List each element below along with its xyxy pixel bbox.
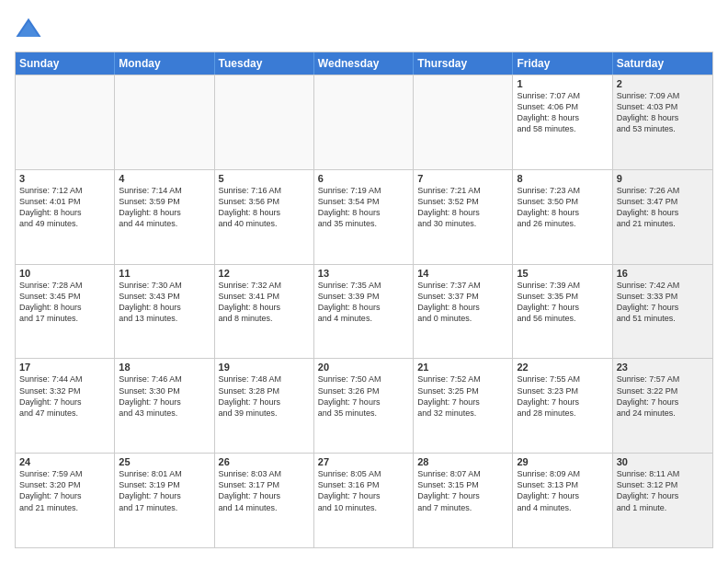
day-info: Sunrise: 8:07 AM Sunset: 3:15 PM Dayligh… (417, 468, 508, 513)
day-number: 23 (617, 362, 709, 373)
calendar-cell (314, 75, 414, 169)
day-number: 27 (318, 456, 409, 467)
logo-icon (15, 15, 42, 42)
day-info: Sunrise: 8:09 AM Sunset: 3:13 PM Dayligh… (517, 468, 608, 513)
calendar-header: SundayMondayTuesdayWednesdayThursdayFrid… (16, 52, 712, 75)
calendar-cell: 26Sunrise: 8:03 AM Sunset: 3:17 PM Dayli… (215, 454, 314, 547)
calendar-cell: 4Sunrise: 7:14 AM Sunset: 3:59 PM Daylig… (115, 170, 214, 264)
calendar-cell: 14Sunrise: 7:37 AM Sunset: 3:37 PM Dayli… (414, 265, 513, 359)
day-number: 13 (318, 268, 409, 279)
day-number: 3 (19, 173, 110, 184)
day-number: 20 (318, 362, 409, 373)
calendar-header-cell: Saturday (613, 52, 712, 75)
calendar-cell: 6Sunrise: 7:19 AM Sunset: 3:54 PM Daylig… (314, 170, 414, 264)
calendar-header-cell: Monday (115, 52, 214, 75)
calendar-cell: 1Sunrise: 7:07 AM Sunset: 4:06 PM Daylig… (513, 75, 612, 169)
calendar-cell: 29Sunrise: 8:09 AM Sunset: 3:13 PM Dayli… (513, 454, 612, 547)
day-number: 8 (517, 173, 608, 184)
calendar-cell: 20Sunrise: 7:50 AM Sunset: 3:26 PM Dayli… (314, 359, 414, 453)
calendar-header-cell: Friday (513, 52, 612, 75)
calendar-cell: 9Sunrise: 7:26 AM Sunset: 3:47 PM Daylig… (613, 170, 712, 264)
calendar-cell: 10Sunrise: 7:28 AM Sunset: 3:45 PM Dayli… (16, 265, 115, 359)
calendar-cell: 25Sunrise: 8:01 AM Sunset: 3:19 PM Dayli… (115, 454, 214, 547)
day-info: Sunrise: 8:11 AM Sunset: 3:12 PM Dayligh… (617, 468, 709, 513)
calendar-cell: 3Sunrise: 7:12 AM Sunset: 4:01 PM Daylig… (16, 170, 115, 264)
day-info: Sunrise: 7:23 AM Sunset: 3:50 PM Dayligh… (517, 185, 608, 230)
day-info: Sunrise: 8:01 AM Sunset: 3:19 PM Dayligh… (119, 468, 210, 513)
day-info: Sunrise: 7:52 AM Sunset: 3:25 PM Dayligh… (417, 373, 508, 419)
day-info: Sunrise: 7:59 AM Sunset: 3:20 PM Dayligh… (19, 468, 110, 513)
day-number: 7 (417, 173, 508, 184)
calendar-cell: 23Sunrise: 7:57 AM Sunset: 3:22 PM Dayli… (613, 359, 712, 453)
page: SundayMondayTuesdayWednesdayThursdayFrid… (0, 0, 728, 563)
day-info: Sunrise: 7:07 AM Sunset: 4:06 PM Dayligh… (517, 90, 608, 135)
day-number: 2 (617, 78, 709, 89)
day-number: 29 (517, 456, 608, 467)
day-number: 19 (219, 362, 310, 373)
calendar-row: 24Sunrise: 7:59 AM Sunset: 3:20 PM Dayli… (16, 453, 712, 547)
calendar-cell (16, 75, 115, 169)
day-number: 5 (219, 173, 310, 184)
calendar-header-cell: Thursday (414, 52, 513, 75)
calendar-cell: 15Sunrise: 7:39 AM Sunset: 3:35 PM Dayli… (513, 265, 612, 359)
day-info: Sunrise: 8:03 AM Sunset: 3:17 PM Dayligh… (219, 468, 310, 513)
calendar-row: 1Sunrise: 7:07 AM Sunset: 4:06 PM Daylig… (16, 75, 712, 169)
day-info: Sunrise: 7:14 AM Sunset: 3:59 PM Dayligh… (119, 185, 210, 230)
day-info: Sunrise: 7:50 AM Sunset: 3:26 PM Dayligh… (318, 373, 409, 419)
calendar: SundayMondayTuesdayWednesdayThursdayFrid… (15, 52, 713, 548)
calendar-row: 10Sunrise: 7:28 AM Sunset: 3:45 PM Dayli… (16, 264, 712, 359)
calendar-cell: 7Sunrise: 7:21 AM Sunset: 3:52 PM Daylig… (414, 170, 513, 264)
day-info: Sunrise: 7:16 AM Sunset: 3:56 PM Dayligh… (219, 185, 310, 230)
calendar-cell: 24Sunrise: 7:59 AM Sunset: 3:20 PM Dayli… (16, 454, 115, 547)
day-number: 25 (119, 456, 210, 467)
calendar-row: 3Sunrise: 7:12 AM Sunset: 4:01 PM Daylig… (16, 169, 712, 264)
calendar-cell: 19Sunrise: 7:48 AM Sunset: 3:28 PM Dayli… (215, 359, 314, 453)
day-number: 21 (417, 362, 508, 373)
calendar-cell: 28Sunrise: 8:07 AM Sunset: 3:15 PM Dayli… (414, 454, 513, 547)
day-info: Sunrise: 7:35 AM Sunset: 3:39 PM Dayligh… (318, 280, 409, 325)
calendar-cell: 5Sunrise: 7:16 AM Sunset: 3:56 PM Daylig… (215, 170, 314, 264)
calendar-header-cell: Sunday (16, 52, 115, 75)
calendar-cell: 2Sunrise: 7:09 AM Sunset: 4:03 PM Daylig… (613, 75, 712, 169)
header (15, 15, 713, 42)
day-number: 22 (517, 362, 608, 373)
day-number: 18 (119, 362, 210, 373)
calendar-cell: 11Sunrise: 7:30 AM Sunset: 3:43 PM Dayli… (115, 265, 214, 359)
day-info: Sunrise: 7:30 AM Sunset: 3:43 PM Dayligh… (119, 280, 210, 325)
day-info: Sunrise: 8:05 AM Sunset: 3:16 PM Dayligh… (318, 468, 409, 513)
day-number: 10 (19, 268, 110, 279)
calendar-cell: 27Sunrise: 8:05 AM Sunset: 3:16 PM Dayli… (314, 454, 414, 547)
day-info: Sunrise: 7:19 AM Sunset: 3:54 PM Dayligh… (318, 185, 409, 230)
calendar-cell: 17Sunrise: 7:44 AM Sunset: 3:32 PM Dayli… (16, 359, 115, 453)
day-info: Sunrise: 7:44 AM Sunset: 3:32 PM Dayligh… (19, 373, 110, 419)
calendar-cell: 8Sunrise: 7:23 AM Sunset: 3:50 PM Daylig… (513, 170, 612, 264)
day-info: Sunrise: 7:48 AM Sunset: 3:28 PM Dayligh… (219, 373, 310, 419)
day-number: 28 (417, 456, 508, 467)
calendar-cell: 30Sunrise: 8:11 AM Sunset: 3:12 PM Dayli… (613, 454, 712, 547)
day-info: Sunrise: 7:39 AM Sunset: 3:35 PM Dayligh… (517, 280, 608, 325)
day-number: 11 (119, 268, 210, 279)
day-number: 30 (617, 456, 709, 467)
day-info: Sunrise: 7:55 AM Sunset: 3:23 PM Dayligh… (517, 373, 608, 419)
day-number: 1 (517, 78, 608, 89)
day-number: 4 (119, 173, 210, 184)
day-number: 16 (617, 268, 709, 279)
calendar-cell: 21Sunrise: 7:52 AM Sunset: 3:25 PM Dayli… (414, 359, 513, 453)
calendar-header-cell: Tuesday (215, 52, 314, 75)
day-info: Sunrise: 7:28 AM Sunset: 3:45 PM Dayligh… (19, 280, 110, 325)
day-info: Sunrise: 7:09 AM Sunset: 4:03 PM Dayligh… (617, 90, 709, 135)
day-info: Sunrise: 7:46 AM Sunset: 3:30 PM Dayligh… (119, 373, 210, 419)
calendar-cell (115, 75, 214, 169)
day-number: 12 (219, 268, 310, 279)
day-info: Sunrise: 7:57 AM Sunset: 3:22 PM Dayligh… (617, 373, 709, 419)
day-number: 6 (318, 173, 409, 184)
day-info: Sunrise: 7:12 AM Sunset: 4:01 PM Dayligh… (19, 185, 110, 230)
day-info: Sunrise: 7:21 AM Sunset: 3:52 PM Dayligh… (417, 185, 508, 230)
day-info: Sunrise: 7:37 AM Sunset: 3:37 PM Dayligh… (417, 280, 508, 325)
day-number: 17 (19, 362, 110, 373)
day-number: 9 (617, 173, 709, 184)
calendar-header-cell: Wednesday (314, 52, 414, 75)
calendar-cell: 12Sunrise: 7:32 AM Sunset: 3:41 PM Dayli… (215, 265, 314, 359)
calendar-cell: 22Sunrise: 7:55 AM Sunset: 3:23 PM Dayli… (513, 359, 612, 453)
day-info: Sunrise: 7:42 AM Sunset: 3:33 PM Dayligh… (617, 280, 709, 325)
